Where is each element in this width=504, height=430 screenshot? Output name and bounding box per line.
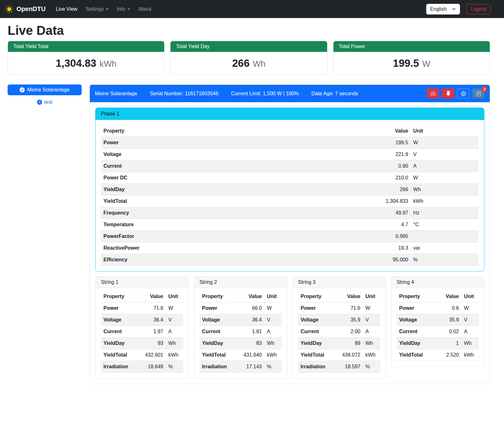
column-header-property: Property (200, 291, 241, 302)
nav-settings[interactable]: Settings (82, 4, 112, 15)
table-row: Power DC 210.0 W (101, 172, 479, 184)
event-count-badge: 2 (482, 86, 488, 92)
x-circle-icon (37, 100, 42, 105)
nav-about[interactable]: About (134, 4, 155, 15)
phase-card-body: Property Value Unit Power (96, 120, 484, 271)
table-row: Irradiation 18.649 % (101, 361, 183, 373)
card-title: Total Power (333, 41, 490, 52)
table-row: YieldDay 83 Wh (200, 338, 282, 349)
table-row: Current 0.02 A (397, 326, 479, 338)
total-yield-day-card: Total Yield Day 266Wh (170, 41, 327, 75)
inverter-panel-body: Phase 1 Property Value Unit (90, 102, 490, 384)
unit-cell: V (462, 314, 479, 326)
unit-cell: A (363, 326, 380, 338)
nav-live-view[interactable]: Live View (52, 4, 81, 15)
phase-card: Phase 1 Property Value Unit (95, 108, 484, 271)
property-cell: YieldDay (101, 184, 373, 196)
table-row: YieldTotal 438.072 kWh (298, 349, 380, 361)
string-table-body: Power 71.8 W Voltage 36.4 (101, 302, 183, 373)
value-cell: 266 (373, 184, 411, 196)
string-card-title: String 3 (293, 277, 386, 288)
card-unit: W (422, 59, 430, 69)
brand-link[interactable]: OpenDTU (5, 5, 46, 13)
brand-label: OpenDTU (16, 5, 46, 13)
table-row: Voltage 36.4 V (101, 314, 183, 326)
cpu-icon (461, 91, 466, 96)
phase-table-body: Power 199.5 W Voltage 221.9 V (101, 137, 479, 266)
unit-cell: Wh (462, 338, 479, 349)
table-row: Frequency 49.97 Hz (101, 207, 479, 219)
unit-cell (411, 231, 479, 242)
language-select[interactable]: English (426, 4, 460, 15)
value-cell: 1.81 (241, 326, 264, 338)
column-header-property: Property (101, 291, 142, 302)
value-cell: 35.9 (339, 314, 363, 326)
table-row: Voltage 35.9 V (298, 314, 380, 326)
card-unit: Wh (253, 59, 266, 69)
table-row: Voltage 35.9 V (397, 314, 479, 326)
card-value: 1,304.83 (56, 57, 96, 69)
property-cell: Temperature (101, 219, 373, 231)
navbar-right-group: English Logout (426, 4, 491, 15)
value-cell: 83 (241, 338, 264, 349)
nav-info[interactable]: Info (113, 4, 134, 15)
string-table-body: Power 0.6 W Voltage 35.9 (397, 302, 479, 361)
string-table: Property Value Unit (200, 291, 282, 373)
phase-table: Property Value Unit Power (101, 125, 479, 266)
value-cell: 2.00 (339, 326, 363, 338)
test-link[interactable]: test (8, 99, 82, 105)
table-row: Current 0.90 A (101, 160, 479, 172)
unit-cell: A (411, 160, 479, 172)
value-cell: 18.649 (142, 361, 166, 373)
table-row: PowerFactor 0.995 (101, 231, 479, 242)
value-cell: 36.4 (241, 314, 264, 326)
event-log-button[interactable]: 2 (472, 89, 485, 98)
column-header-property: Property (298, 291, 339, 302)
table-row: Current 2.00 A (298, 326, 380, 338)
unit-cell: var (411, 242, 479, 254)
table-header-row: Property Value Unit (298, 291, 380, 302)
value-cell: 1.97 (142, 326, 166, 338)
unit-cell: kWh (363, 349, 380, 361)
table-row: Power 199.5 W (101, 137, 479, 149)
table-row: Current 1.81 A (200, 326, 282, 338)
string-card-1: String 1 Property Value Unit (95, 277, 189, 378)
page-root: OpenDTU Live View Settings Info About En… (0, 0, 504, 392)
device-info-button[interactable] (457, 89, 470, 98)
unit-cell: Wh (166, 338, 183, 349)
sun-logo-icon (5, 5, 13, 13)
unit-cell: A (264, 326, 282, 338)
table-row: Power 0.6 W (397, 302, 479, 314)
inverter-select-button[interactable]: Meine Solaranlage (8, 84, 82, 95)
table-row: Voltage 36.4 V (200, 314, 282, 326)
column-header-property: Property (397, 291, 439, 302)
unit-cell: % (264, 361, 282, 373)
property-cell: Current (101, 160, 373, 172)
string-card-body: Property Value Unit (293, 288, 386, 378)
inverter-panel: Meine Solaranlage Serial Number: 1161716… (90, 84, 490, 384)
card-value: 266 (232, 57, 250, 69)
summary-cards-row: Total Yield Total 1,304.83kWh Total Yiel… (8, 41, 490, 75)
power-toggle-button[interactable] (442, 89, 454, 98)
card-body: 199.5W (333, 52, 490, 75)
card-title: Total Yield Total (8, 41, 164, 52)
property-cell: Power DC (101, 172, 373, 184)
card-value: 199.5 (393, 57, 419, 69)
value-cell: 95.000 (373, 254, 411, 266)
column-header-value: Value (439, 291, 461, 302)
value-cell: 49.97 (373, 207, 411, 219)
string-card-title: String 2 (194, 277, 287, 288)
property-cell: YieldDay (200, 338, 241, 349)
chevron-down-icon (106, 9, 109, 10)
property-cell: Efficiency (101, 254, 373, 266)
table-row: Power 71.8 W (101, 302, 183, 314)
property-cell: Irradiation (200, 361, 241, 373)
unit-cell: W (411, 137, 479, 149)
logout-button[interactable]: Logout (466, 4, 491, 14)
limit-settings-button[interactable] (427, 89, 439, 98)
value-cell: 4.7 (373, 219, 411, 231)
column-header-value: Value (373, 125, 411, 137)
column-header-property: Property (101, 125, 373, 137)
column-header-unit: Unit (363, 291, 380, 302)
string-card-body: Property Value Unit (194, 288, 287, 378)
